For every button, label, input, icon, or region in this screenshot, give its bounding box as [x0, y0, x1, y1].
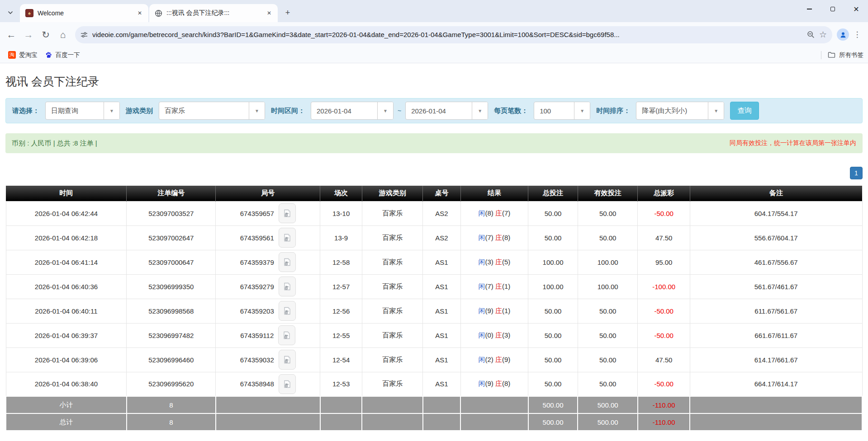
address-bar[interactable]: videoie.com/game/betrecord_search/kind3?…	[75, 26, 832, 43]
chevron-down-icon: ▼	[104, 102, 119, 119]
column-header: 桌号	[423, 186, 460, 201]
browser-menu-icon[interactable]: ⋮	[851, 30, 863, 39]
footer-valid-bet: 500.00	[578, 396, 638, 413]
page-1-button[interactable]: 1	[850, 167, 863, 179]
video-replay-button[interactable]	[279, 203, 296, 223]
footer-empty	[320, 396, 362, 413]
time-cell: 2026-01-04 06:39:37	[6, 323, 127, 347]
table-row: 2026-01-04 06:42:44523097003527674359657…	[6, 201, 862, 225]
bet-id-cell: 523096995620	[127, 372, 216, 396]
page-content: 视讯 会员下注纪录 请选择： 日期查询 ▼ 游戏类别 百家乐 ▼ 时间区间： 2…	[0, 63, 868, 431]
query-type-select[interactable]: 日期查询 ▼	[45, 102, 120, 120]
date-start-select[interactable]: 2026-01-04 ▼	[311, 102, 394, 120]
video-replay-button[interactable]	[278, 325, 295, 345]
footer-valid-bet: 500.00	[578, 413, 638, 431]
video-replay-button[interactable]	[279, 374, 296, 394]
video-replay-button[interactable]	[279, 252, 296, 272]
valid-bet-cell: 50.00	[578, 323, 638, 347]
close-icon[interactable]: ✕	[136, 9, 144, 17]
footer-payout: -110.00	[638, 396, 690, 413]
round-wrap: 674358948	[240, 374, 296, 394]
round-wrap: 674359032	[240, 350, 296, 370]
all-bookmarks[interactable]: 所有书签	[821, 51, 863, 59]
search-button[interactable]: 查询	[730, 102, 759, 120]
close-icon[interactable]: ✕	[265, 9, 273, 17]
date-range-label: 时间区间：	[271, 107, 305, 115]
banker-score: (8)	[502, 380, 510, 387]
time-cell: 2026-01-04 06:42:44	[6, 201, 127, 225]
note-cell: 604.17/554.17	[690, 201, 862, 225]
table-no-cell: AS1	[423, 323, 460, 347]
total-bet-cell[interactable]: 100.00	[528, 250, 578, 274]
player-score: (0)	[485, 331, 495, 339]
player-label: 闲	[478, 380, 485, 387]
video-replay-button[interactable]	[279, 277, 296, 296]
total-bet-cell[interactable]: 50.00	[528, 347, 578, 372]
round-wrap: 674359112	[240, 325, 295, 345]
currency-summary: 币别 : 人民币 | 总共 :8 注单 |	[12, 139, 97, 148]
footer-label: 总计	[6, 413, 127, 431]
window-minimize-icon[interactable]	[797, 0, 821, 18]
player-label: 闲	[478, 307, 485, 314]
total-bet-cell[interactable]: 50.00	[528, 225, 578, 250]
player-label: 闲	[478, 282, 485, 290]
total-bet-cell[interactable]: 100.00	[528, 274, 578, 299]
column-header: 备注	[690, 186, 862, 201]
tab-search-icon[interactable]	[4, 6, 17, 19]
round-id: 674359561	[240, 234, 274, 242]
round-id: 674358948	[240, 380, 274, 388]
tab-welcome[interactable]: ♠ Welcome ✕	[20, 4, 148, 22]
profile-avatar[interactable]	[837, 28, 849, 41]
zoom-out-icon[interactable]	[807, 31, 815, 38]
bookmark-taobao[interactable]: 淘 爱淘宝	[5, 49, 41, 61]
bookmark-label: 百度一下	[56, 51, 80, 59]
per-page-select[interactable]: 100 ▼	[534, 102, 590, 120]
footer-empty	[362, 413, 422, 431]
window-maximize-icon[interactable]	[821, 0, 844, 18]
column-header: 场次	[320, 186, 362, 201]
total-bet-cell[interactable]: 50.00	[528, 372, 578, 396]
bookmark-baidu[interactable]: 百度一下	[41, 49, 84, 61]
result-cell: 闲(3) 庄(5)	[460, 250, 528, 274]
footer-empty	[362, 396, 422, 413]
site-settings-icon[interactable]	[81, 31, 88, 38]
new-tab-icon[interactable]: +	[281, 6, 294, 19]
total-bet-cell[interactable]: 50.00	[528, 299, 578, 323]
round-wrap: 674359657	[240, 203, 296, 223]
result-cell: 闲(9) 庄(8)	[460, 372, 528, 396]
result-cell: 闲(2) 庄(9)	[460, 347, 528, 372]
player-label: 闲	[478, 331, 485, 339]
tab-title: :::视讯 会员下注纪录:::	[166, 9, 261, 17]
table-footer: 小计8500.00500.00-110.00总计8500.00500.00-11…	[6, 396, 862, 431]
valid-bet-cell: 50.00	[578, 372, 638, 396]
video-replay-button[interactable]	[279, 350, 296, 370]
round-cell: 674359279	[216, 274, 320, 299]
game-kind-value: 百家乐	[159, 102, 249, 119]
video-replay-button[interactable]	[279, 301, 296, 321]
banker-label: 庄	[495, 331, 502, 339]
sort-select[interactable]: 降幂(由大到小) ▼	[636, 102, 724, 120]
player-score: (9)	[485, 380, 495, 387]
reload-icon[interactable]: ↻	[38, 27, 53, 42]
tab-betrecord[interactable]: :::视讯 会员下注纪录::: ✕	[149, 4, 278, 22]
session-cell: 13-9	[320, 225, 362, 250]
home-icon[interactable]: ⌂	[55, 27, 71, 42]
footer-empty	[460, 396, 528, 413]
taobao-icon: 淘	[8, 51, 16, 59]
footer-empty	[320, 413, 362, 431]
table-no-cell: AS1	[423, 347, 460, 372]
window-close-icon[interactable]: ✕	[844, 0, 868, 18]
total-bet-cell[interactable]: 50.00	[528, 323, 578, 347]
date-end-select[interactable]: 2026-01-04 ▼	[405, 102, 488, 120]
banker-score: (8)	[502, 234, 510, 241]
forward-icon[interactable]: →	[21, 27, 36, 42]
total-bet-cell[interactable]: 50.00	[528, 201, 578, 225]
video-replay-button[interactable]	[279, 228, 296, 248]
url-text[interactable]: videoie.com/game/betrecord_search/kind3?…	[92, 31, 802, 38]
chevron-down-icon: ▼	[249, 102, 265, 119]
all-bookmarks-label: 所有书签	[839, 51, 863, 59]
bookmark-star-icon[interactable]: ☆	[819, 29, 827, 40]
game-kind-select[interactable]: 百家乐 ▼	[159, 102, 265, 120]
back-icon[interactable]: ←	[4, 27, 19, 42]
bet-id-cell: 523097003527	[127, 201, 216, 225]
